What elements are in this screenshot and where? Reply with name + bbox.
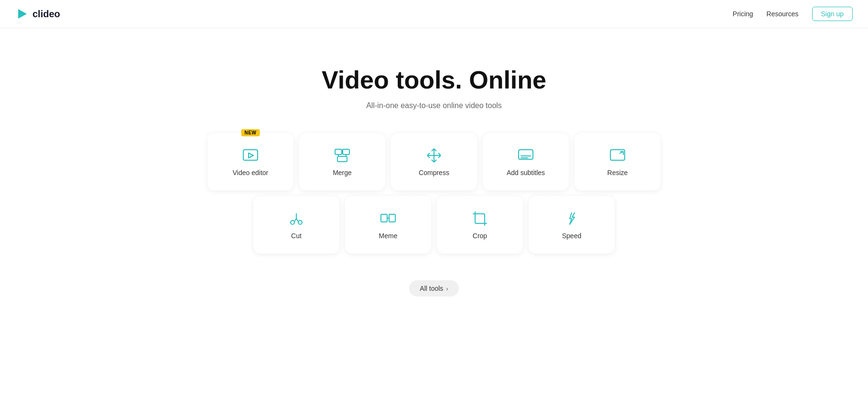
svg-marker-0 — [18, 9, 27, 19]
all-tools-button[interactable]: All tools › — [409, 280, 458, 297]
all-tools-label: All tools — [420, 285, 443, 292]
tools-section: NEW Video editor — [10, 133, 858, 254]
new-badge: NEW — [241, 129, 260, 136]
clideo-logo-icon — [15, 7, 29, 21]
svg-rect-1 — [243, 150, 258, 160]
tool-card-add-subtitles[interactable]: Add subtitles — [483, 133, 569, 190]
hero-title: Video tools. Online — [10, 66, 858, 94]
logo-text: clideo — [33, 9, 60, 20]
tool-label-meme: Meme — [379, 232, 398, 240]
tool-label-crop: Crop — [473, 232, 487, 240]
tool-label-resize: Resize — [608, 169, 628, 176]
tool-card-speed[interactable]: Speed — [529, 196, 615, 254]
tool-card-meme[interactable]: Meme — [345, 196, 431, 254]
tool-label-cut: Cut — [291, 232, 302, 240]
svg-point-25 — [298, 221, 302, 224]
tool-label-merge: Merge — [333, 169, 352, 176]
nav-resources[interactable]: Resources — [767, 10, 799, 18]
nav: Pricing Resources Sign up — [733, 7, 853, 21]
compress-icon — [425, 147, 443, 164]
tools-row-1: NEW Video editor — [207, 133, 661, 190]
cut-icon — [288, 210, 305, 227]
add-subtitles-icon — [517, 147, 534, 164]
svg-rect-30 — [389, 214, 395, 222]
merge-icon — [334, 147, 351, 164]
tool-card-crop[interactable]: Crop — [437, 196, 523, 254]
svg-rect-4 — [343, 149, 349, 154]
chevron-right-icon: › — [446, 285, 448, 292]
svg-rect-5 — [337, 156, 347, 162]
svg-rect-32 — [475, 214, 485, 223]
tool-card-merge[interactable]: Merge — [299, 133, 385, 190]
logo[interactable]: clideo — [15, 7, 60, 21]
tool-card-video-editor[interactable]: NEW Video editor — [207, 133, 293, 190]
tools-row-2: Cut Meme — [253, 196, 615, 254]
sign-up-button[interactable]: Sign up — [812, 7, 853, 21]
hero-subtitle: All-in-one easy-to-use online video tool… — [10, 101, 858, 110]
tool-card-resize[interactable]: Resize — [575, 133, 661, 190]
tool-label-video-editor: Video editor — [233, 169, 268, 176]
crop-icon — [471, 210, 488, 227]
hero-section: Video tools. Online All-in-one easy-to-u… — [0, 28, 868, 316]
svg-rect-29 — [381, 214, 387, 222]
tool-card-compress[interactable]: Compress — [391, 133, 477, 190]
tool-card-cut[interactable]: Cut — [253, 196, 339, 254]
svg-rect-3 — [335, 149, 342, 154]
video-editor-icon — [242, 147, 259, 164]
tool-label-add-subtitles: Add subtitles — [507, 169, 545, 176]
resize-icon — [609, 147, 626, 164]
meme-icon — [380, 210, 397, 227]
svg-marker-2 — [249, 153, 253, 158]
svg-point-24 — [291, 221, 294, 224]
speed-icon — [563, 210, 580, 227]
svg-line-27 — [296, 219, 298, 221]
tool-label-speed: Speed — [562, 232, 581, 240]
nav-pricing[interactable]: Pricing — [733, 10, 753, 18]
header: clideo Pricing Resources Sign up — [0, 0, 868, 28]
tool-label-compress: Compress — [419, 169, 449, 176]
